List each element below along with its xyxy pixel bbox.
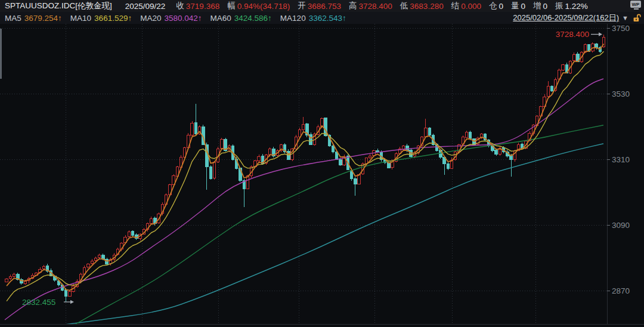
- left-scrollbar[interactable]: [0, 29, 2, 79]
- svg-text:2870: 2870: [612, 286, 630, 295]
- ma120-value: 3362.543↑: [309, 14, 346, 23]
- symbol-name: SPTAUUSDOZ.IDC[伦敦金现]: [5, 1, 112, 11]
- wp-monitor-icon[interactable]: WP: [630, 1, 642, 11]
- volume-value: 0: [521, 2, 525, 11]
- ma-legend-bar: MA53679.254↑ MA103661.529↑ MA203580.042↑…: [0, 12, 644, 24]
- svg-text:3310: 3310: [612, 155, 630, 164]
- settle-value: 0.000: [461, 2, 481, 11]
- svg-text:3090: 3090: [612, 221, 630, 230]
- close-value: 3719.368: [186, 2, 219, 11]
- ma60-label: MA60: [210, 14, 231, 23]
- quote-field-high: 高3728.400: [349, 1, 392, 11]
- increase-label: 增: [533, 1, 541, 11]
- candlestick-chart[interactable]: 375035303310309028703728.4002832.455: [0, 24, 644, 327]
- change-label: 幅: [227, 1, 236, 11]
- ma20-legend: MA203580.042↑: [140, 14, 202, 23]
- svg-text:3728.400: 3728.400: [556, 30, 589, 39]
- ma10-label: MA10: [70, 14, 91, 23]
- chevron-down-icon[interactable]: ▼: [622, 14, 628, 21]
- quote-field-amplitude: 振1.22%: [555, 1, 588, 11]
- high-label: 高: [349, 1, 357, 11]
- ma10-value: 3661.529↑: [94, 14, 132, 23]
- trade-date: 2025/09/22: [125, 2, 166, 11]
- ma20-value: 3580.042↑: [164, 14, 202, 23]
- svg-text:3530: 3530: [612, 90, 630, 98]
- range-selector: 2025/02/06-2025/09/22(162日) ▼: [513, 12, 642, 24]
- quote-field-increase: 增0: [533, 1, 547, 11]
- ma10-line: [7, 51, 603, 301]
- unlock-icon[interactable]: [633, 13, 642, 23]
- quote-field-position: 仓0: [489, 1, 503, 11]
- ma5-legend: MA53679.254↑: [5, 14, 62, 23]
- ma60-up-arrow-icon: ↑: [268, 14, 272, 23]
- open-label: 开: [298, 1, 306, 11]
- date-range-button[interactable]: 2025/02/06-2025/09/22(162日): [513, 13, 619, 23]
- ma5-value: 3679.254↑: [24, 14, 62, 23]
- ma120-label: MA120: [280, 14, 306, 23]
- amplitude-value: 1.22%: [565, 2, 588, 11]
- gridlines: [0, 24, 606, 324]
- ma5-label: MA5: [5, 14, 21, 23]
- ma10-up-arrow-icon: ↑: [128, 14, 132, 23]
- price-axis: 37503530331030902870: [0, 24, 644, 324]
- ma20-line: [5, 79, 603, 320]
- settle-label: 结: [451, 1, 460, 11]
- change-value: 0.94%(34.718): [237, 2, 290, 11]
- position-label: 仓: [489, 1, 497, 11]
- ma10-legend: MA103661.529↑: [70, 14, 132, 23]
- ma-lines-layer: [5, 44, 604, 327]
- quote-field-volume: 量0: [511, 1, 525, 11]
- ma5-up-arrow-icon: ↑: [58, 14, 62, 23]
- open-value: 3686.753: [308, 2, 341, 11]
- quote-field-change: 幅0.94%(34.718): [227, 1, 290, 11]
- wp-icon-label: WP: [630, 1, 641, 8]
- svg-text:3750: 3750: [612, 24, 630, 33]
- ma60-legend: MA603424.586↑: [210, 14, 272, 23]
- svg-text:2832.455: 2832.455: [22, 298, 55, 307]
- high-value: 3728.400: [359, 2, 392, 11]
- position-value: 0: [499, 2, 503, 11]
- wp-icon-stand: [634, 8, 639, 10]
- increase-value: 0: [543, 2, 547, 11]
- close-label: 收: [176, 1, 184, 11]
- low-value: 3683.280: [410, 2, 443, 11]
- quote-field-low: 低3683.280: [400, 1, 444, 11]
- ma60-value: 3424.586↑: [234, 14, 272, 23]
- trading-terminal-window: { "header": { "symbol": "SPTAUUSDOZ.IDC[…: [0, 0, 644, 327]
- amplitude-label: 振: [555, 1, 564, 11]
- quote-field-close: 收3719.368: [176, 1, 219, 11]
- quote-header-bar: SPTAUUSDOZ.IDC[伦敦金现] 2025/09/22 收3719.36…: [0, 0, 644, 12]
- low-label: 低: [400, 1, 408, 11]
- volume-label: 量: [511, 1, 519, 11]
- chart-canvas[interactable]: 375035303310309028703728.4002832.455: [0, 24, 644, 327]
- ma20-label: MA20: [140, 14, 161, 23]
- ma20-up-arrow-icon: ↑: [198, 14, 202, 23]
- quote-field-open: 开3686.753: [298, 1, 341, 11]
- ma120-up-arrow-icon: ↑: [342, 14, 346, 23]
- period-high-annotation: 3728.400: [556, 30, 602, 39]
- ma120-legend: MA1203362.543↑: [280, 14, 346, 23]
- quote-field-settle: 结0.000: [451, 1, 481, 11]
